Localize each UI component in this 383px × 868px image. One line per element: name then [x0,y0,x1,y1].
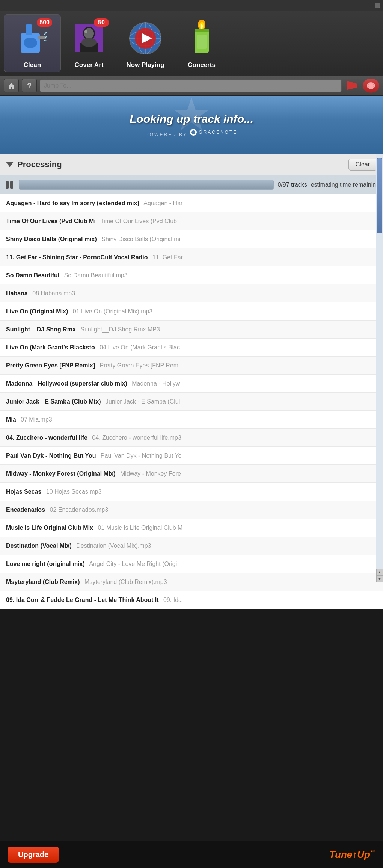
svg-rect-24 [195,29,209,32]
scroll-arrow-down[interactable]: ▼ [376,575,383,582]
track-filename: 04 Live On (Mark Grant's Blac [98,344,377,351]
search-input[interactable] [40,79,342,92]
now-playing-icon [128,21,162,55]
track-item[interactable]: Encadenados 02 Encadenados.mp3 [0,501,383,519]
track-filename: Junior Jack - E Samba (Clul [104,398,377,405]
gracenote-icon [190,129,197,136]
help-button[interactable]: ? [22,79,37,92]
scroll-arrow-up[interactable]: ▲ [376,569,383,575]
track-name: Paul Van Dyk - Nothing But You [6,452,96,459]
track-filename: 01 Live On (Original Mix).mp3 [71,308,377,315]
track-item[interactable]: Midway - Monkey Forest (Original Mix) Mi… [0,465,383,483]
navbar-item-concerts[interactable]: Concerts [173,15,230,72]
track-filename: Aquagen - Har [142,200,377,207]
svg-point-22 [201,24,203,29]
svg-marker-27 [347,81,357,90]
now-playing-label: Now Playing [126,61,164,69]
track-item[interactable]: Live On (Mark Grant's Blacksto 04 Live O… [0,339,383,357]
track-filename: 09. Ida [162,597,377,603]
brain-button[interactable] [363,79,379,93]
track-item[interactable]: Pretty Green Eyes [FNP Remix] Pretty Gre… [0,357,383,375]
scroll-track[interactable] [376,154,383,569]
home-button[interactable] [4,79,19,92]
track-item[interactable]: Time Of Our Lives (Pvd Club Mi Time Of O… [0,212,383,230]
flag-button[interactable] [345,79,360,92]
svg-point-9 [84,28,94,39]
cover-art-badge: 50 [94,18,109,27]
progress-tracks-text: 0/97 tracks [277,181,307,188]
pause-bar-right [10,181,13,189]
scroll-thumb[interactable] [377,158,382,233]
track-name: Love me right (original mix) [6,561,85,567]
track-item[interactable]: Live On (Original Mix) 01 Live On (Origi… [0,302,383,321]
window-controls[interactable] [375,3,380,8]
processing-label: Processing [17,160,62,169]
track-item[interactable]: Hojas Secas 10 Hojas Secas.mp3 [0,483,383,501]
content-area: Processing Clear 0/97 tracks estimating … [0,154,383,609]
track-filename: Msyteryland (Club Remix).mp3 [83,579,377,585]
track-filename: Madonna - Hollyw [130,380,377,387]
banner-title: Looking up track info... [130,113,253,126]
track-item[interactable]: Habana 08 Habana.mp3 [0,284,383,302]
tuneup-logo: Tune↑Up™ [329,849,375,860]
track-name: Encadenados [6,507,45,513]
track-item[interactable]: 04. Zucchero - wonderful life 04. Zucche… [0,429,383,447]
window-title-bar [0,0,383,11]
track-name: 11. Get Far - Shining Star - PornoCult V… [6,254,148,261]
now-playing-icon-area [125,18,166,59]
track-name: So Damn Beautiful [6,272,59,279]
clean-badge: 500 [37,18,52,27]
track-filename: Sunlight__DJ Shog Rmx.MP3 [79,326,377,333]
track-name: Shiny Disco Balls (Original mix) [6,236,97,243]
pause-button[interactable] [4,179,15,191]
track-filename: Time Of Our Lives (Pvd Club [99,218,377,225]
track-item[interactable]: Destination (Vocal Mix) Destination (Voc… [0,537,383,555]
track-item[interactable]: So Damn Beautiful So Damn Beautiful.mp3 [0,266,383,284]
track-item[interactable]: 11. Get Far - Shining Star - PornoCult V… [0,248,383,266]
track-name: Junior Jack - E Samba (Club Mix) [6,398,101,405]
logo-tune-text: Tune [329,849,353,860]
progress-bar-container [19,180,274,190]
svg-rect-25 [197,35,207,49]
svg-marker-26 [8,83,14,89]
cover-art-icon [73,22,105,54]
window-minimize-button[interactable] [375,3,380,8]
track-name: Live On (Original Mix) [6,308,68,315]
track-name: Msyteryland (Club Remix) [6,579,80,585]
track-item[interactable]: 09. Ida Corr & Fedde Le Grand - Let Me T… [0,591,383,609]
banner-powered-by: POWERED BY gracenote [146,129,238,137]
svg-point-12 [84,30,87,33]
scrollbar[interactable]: ▲ ▼ [376,154,383,582]
track-filename: 04. Zucchero - wonderful life.mp3 [90,434,377,441]
collapse-icon[interactable] [6,162,14,167]
track-item[interactable]: Music Is Life Original Club Mix 01 Music… [0,519,383,537]
brain-icon [366,82,376,90]
track-item[interactable]: Paul Van Dyk - Nothing But You Paul Van … [0,447,383,465]
clear-button[interactable]: Clear [348,159,377,171]
track-item[interactable]: Sunlight__DJ Shog Rmx Sunlight__DJ Shog … [0,321,383,339]
track-name: 09. Ida Corr & Fedde Le Grand - Let Me T… [6,597,159,603]
track-item[interactable]: Aquagen - Hard to say Im sorry (extended… [0,194,383,212]
navbar-item-now-playing[interactable]: Now Playing [117,15,173,72]
track-filename: 01 Music Is Life Original Club M [96,525,377,531]
track-item[interactable]: Love me right (original mix) Angel City … [0,555,383,573]
navbar-item-cover-art[interactable]: 50 Cover Art [61,15,117,72]
track-item[interactable]: Mia 07 Mia.mp3 [0,411,383,429]
top-navbar: 500 Clean 50 [0,11,383,76]
track-name: Time Of Our Lives (Pvd Club Mi [6,218,96,225]
concerts-label: Concerts [188,61,216,69]
pause-icon [6,181,13,189]
track-name: Habana [6,290,28,297]
home-icon [8,82,15,89]
track-item[interactable]: Junior Jack - E Samba (Club Mix) Junior … [0,393,383,411]
track-name: Midway - Monkey Forest (Original Mix) [6,470,116,477]
track-name: 04. Zucchero - wonderful life [6,434,87,441]
gracenote-text: gracenote [199,130,237,135]
track-name: Hojas Secas [6,488,41,495]
navbar-item-clean[interactable]: 500 Clean [4,14,61,72]
upgrade-button[interactable]: Upgrade [8,847,59,863]
track-item[interactable]: Madonna - Hollywood (superstar club mix)… [0,375,383,393]
track-filename: Shiny Disco Balls (Original mi [100,236,377,243]
track-item[interactable]: Shiny Disco Balls (Original mix) Shiny D… [0,230,383,248]
track-item[interactable]: Msyteryland (Club Remix) Msyteryland (Cl… [0,573,383,591]
